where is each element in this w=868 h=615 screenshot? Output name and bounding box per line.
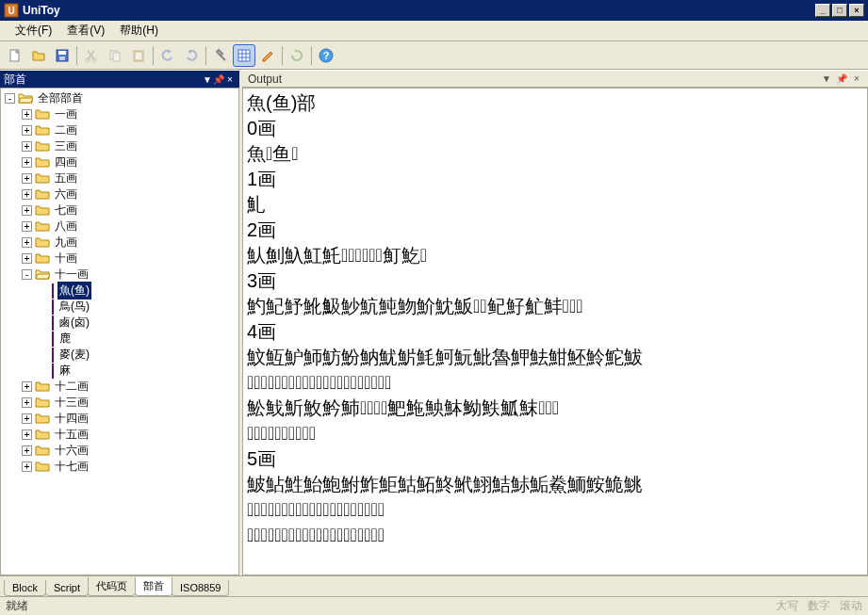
expander-icon[interactable]: + [22, 125, 32, 136]
output-pin-button[interactable]: 📌 [836, 73, 847, 84]
tree-root[interactable]: -全部部首 [1, 90, 238, 106]
tree-stroke-item[interactable]: +一画 [1, 106, 238, 122]
tree-stroke-item[interactable]: +二画 [1, 122, 238, 138]
output-dropdown-button[interactable]: ▼ [821, 73, 832, 84]
tree-stroke-item[interactable]: +十七画 [1, 459, 238, 475]
tree-stroke-item[interactable]: +八画 [1, 218, 238, 235]
tab-script[interactable]: Script [45, 580, 89, 596]
output-line: 䰲 [247, 192, 863, 218]
menu-view[interactable]: 查看(V) [59, 21, 112, 40]
expander-icon[interactable]: + [22, 413, 32, 424]
expander-icon[interactable]: + [22, 397, 32, 408]
refresh-button[interactable] [286, 44, 308, 67]
left-panel-header: 部首 ▼ 📌 × [0, 71, 239, 88]
panel-pin-button[interactable]: 📌 [213, 74, 224, 85]
folder-icon [35, 412, 50, 424]
new-file-button[interactable] [4, 44, 26, 67]
output-close-button[interactable]: × [851, 73, 862, 84]
svg-rect-4 [58, 51, 66, 55]
toolbar: ? [0, 41, 868, 70]
expander-icon[interactable]: + [22, 173, 32, 184]
radical-tree[interactable]: -全部部首+一画+二画+三画+四画+五画+六画+七画+八画+九画+十画-十一画魚… [0, 88, 239, 575]
panel-close-button[interactable]: × [224, 74, 236, 85]
paste-button[interactable] [127, 44, 150, 67]
expander-icon[interactable]: + [22, 381, 32, 392]
copy-button[interactable] [104, 44, 126, 67]
menu-file[interactable]: 文件(F) [8, 21, 59, 40]
expander-icon[interactable]: + [22, 445, 32, 456]
tools-button[interactable] [209, 44, 232, 67]
redo-button[interactable] [180, 44, 203, 67]
menu-help[interactable]: 帮助(H) [112, 21, 166, 40]
expander-icon[interactable]: + [22, 461, 32, 472]
tab-iso8859[interactable]: ISO8859 [172, 580, 229, 596]
maximize-button[interactable]: □ [832, 4, 847, 17]
edit-button[interactable] [256, 44, 279, 67]
tree-stroke-item[interactable]: +四画 [1, 154, 238, 170]
expander-icon[interactable]: + [22, 253, 32, 264]
folder-icon [35, 107, 50, 120]
expander-icon [39, 365, 49, 376]
tree-radical-item[interactable]: 鹿 [1, 331, 238, 347]
diamond-icon [52, 316, 54, 331]
tree-stroke-item[interactable]: +十六画 [1, 443, 238, 459]
tree-stroke-item[interactable]: +九画 [1, 235, 238, 251]
workspace: 部首 ▼ 📌 × -全部部首+一画+二画+三画+四画+五画+六画+七画+八画+九… [0, 70, 868, 575]
output-line: 1画 [247, 167, 863, 192]
tree-radical-item[interactable]: 魚(鱼) [1, 283, 238, 299]
open-folder-button[interactable] [27, 44, 50, 67]
tree-stroke-item[interactable]: +十四画 [1, 411, 238, 427]
output-line: 䰸䰹䰺䰻䰼䰽𩵣𩵤𩵥𩵦䰾䰿䱀䱁䱂䱃䱄䱅𩵧𩵨𩵩 [247, 396, 863, 421]
output-line: 0画 [247, 116, 863, 141]
undo-button[interactable] [156, 44, 179, 67]
svg-text:U: U [8, 6, 14, 16]
expander-icon[interactable]: + [22, 141, 32, 152]
expander-icon[interactable]: - [22, 269, 32, 280]
tab-代码页[interactable]: 代码页 [88, 577, 136, 596]
folder-icon [35, 460, 50, 472]
close-button[interactable]: × [849, 4, 864, 17]
expander-icon[interactable]: + [22, 429, 32, 440]
folder-icon [35, 235, 50, 248]
tree-stroke-item[interactable]: -十一画 [1, 267, 238, 283]
tree-radical-item[interactable]: 鹵(卤) [1, 315, 238, 331]
title-bar: U UniToy _ □ × [0, 0, 868, 21]
tree-stroke-item[interactable]: +三画 [1, 138, 238, 154]
output-area[interactable]: 魚(鱼)部0画魚𩵋鱼𩵌1画䰲2画魜魝魞魟魠𩵍𩵎𩵏𩵐𩵑𩵒䰳䰴𩵓3画魡魢魣魤魥魦魧魨… [242, 88, 868, 575]
output-line: 𩵮𩵯𩵰𩵱𩵲𩵳𩵴𩵵𩵶䱆鮢鮣𩵷𩵸𩵹鮤鮥鮦𩵺𩵻 [247, 497, 863, 523]
expander-icon[interactable]: + [22, 205, 32, 216]
panel-dropdown-button[interactable]: ▼ [202, 74, 213, 85]
expander-icon[interactable]: + [22, 237, 32, 248]
grid-view-button[interactable] [233, 44, 255, 67]
expander-icon[interactable]: - [5, 93, 15, 104]
help-icon-button[interactable]: ? [315, 44, 337, 67]
minimize-button[interactable]: _ [815, 4, 830, 17]
expander-icon[interactable]: + [22, 109, 32, 120]
tab-block[interactable]: Block [4, 580, 46, 596]
left-panel-title: 部首 [4, 72, 26, 88]
expander-icon [39, 301, 49, 312]
folder-icon [35, 155, 50, 168]
cut-button[interactable] [80, 44, 103, 67]
tree-stroke-item[interactable]: +七画 [1, 202, 238, 218]
folder-icon [35, 396, 50, 408]
expander-icon[interactable]: + [22, 221, 32, 232]
tab-部首[interactable]: 部首 [135, 577, 172, 596]
svg-rect-5 [59, 57, 65, 60]
output-line: 4画 [247, 319, 863, 345]
tree-stroke-item[interactable]: +五画 [1, 170, 238, 186]
tree-stroke-item[interactable]: +六画 [1, 186, 238, 202]
tree-radical-item[interactable]: 麥(麦) [1, 347, 238, 363]
tree-stroke-item[interactable]: +十画 [1, 251, 238, 267]
expander-icon[interactable]: + [22, 189, 32, 200]
save-button[interactable] [51, 44, 74, 67]
tree-radical-item[interactable]: 麻 [1, 363, 238, 379]
tree-stroke-item[interactable]: +十三画 [1, 395, 238, 411]
folder-icon [35, 203, 50, 216]
expander-icon[interactable]: + [22, 157, 32, 168]
tree-stroke-item[interactable]: +十五画 [1, 427, 238, 443]
tree-radical-item[interactable]: 鳥(鸟) [1, 299, 238, 315]
right-panel-header: Output ▼ 📌 × [242, 71, 868, 88]
svg-rect-9 [113, 53, 120, 61]
tree-stroke-item[interactable]: +十二画 [1, 379, 238, 395]
